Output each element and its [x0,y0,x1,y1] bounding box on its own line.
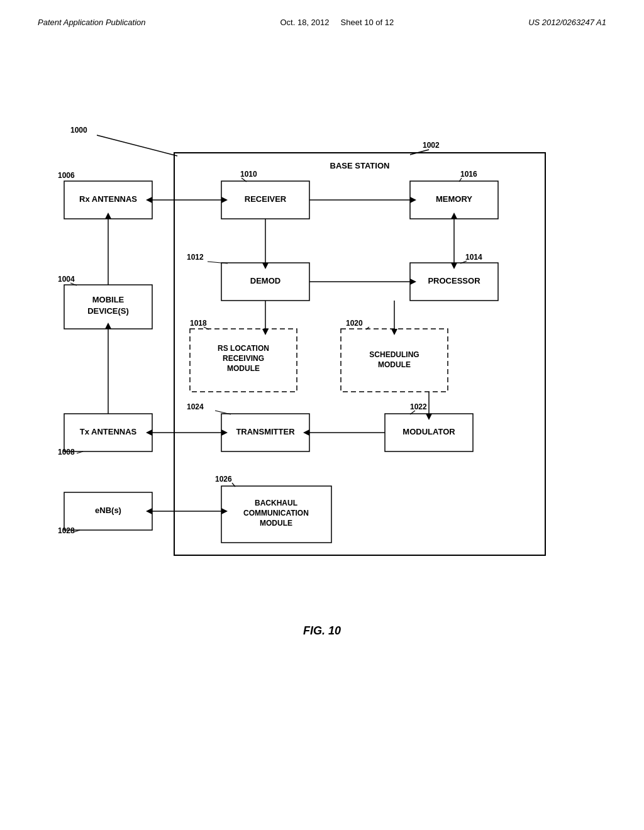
ref-1020: 1020 [346,319,363,328]
processor-label: PROCESSOR [428,276,480,285]
scheduling-label-2: MODULE [378,360,411,369]
rs-label-2: RECEIVING [223,354,264,363]
header-left: Patent Application Publication [38,18,146,27]
ref-1022: 1022 [410,402,427,411]
ref-1028: 1028 [58,526,75,535]
backhaul-label-1: BACKHAUL [255,499,297,507]
ref-1004: 1004 [58,275,75,284]
ref-1000: 1000 [70,126,87,135]
ref-1012: 1012 [187,253,204,262]
ref-1026: 1026 [215,475,232,484]
ref-1016: 1016 [460,170,477,179]
ref-1006: 1006 [58,171,75,180]
demod-proc-arrowhead [410,279,416,285]
rs-label-1: RS LOCATION [218,344,269,353]
arrow-1000 [97,135,177,156]
diagram-area: 1000 1002 BASE STATION Rx ANTENNAS 1006 … [52,58,592,599]
mobile-label-1: MOBILE [92,295,125,304]
ref-1018: 1018 [190,319,207,328]
mobile-rx-arrowhead [105,213,111,219]
mobile-tx-arrowhead-up [105,323,111,329]
memory-label: MEMORY [436,194,472,204]
header-right: US 2012/0263247 A1 [528,18,606,27]
sched-mod-arrowhead [426,414,432,420]
mem-proc-arrowhead-down [451,263,457,269]
rx-recv-arrowhead-right [221,197,228,203]
page-header: Patent Application Publication Oct. 18, … [0,0,644,33]
scheduling-label-1: SCHEDULING [369,350,419,359]
ref-1014: 1014 [465,253,482,262]
rx-recv-arrowhead-left [146,197,152,203]
tx-label: Tx ANTENNAS [80,427,137,436]
recv-demod-arrowhead [262,263,269,269]
tx-trans-arrowhead-right [221,429,228,436]
header-sheet: Sheet 10 of 12 [341,18,394,27]
fig-caption-text: FIG. 10 [303,624,341,637]
rx-label: Rx ANTENNAS [79,194,137,204]
enb-backhaul-arrowhead-right [221,508,228,514]
diagram-svg: 1000 1002 BASE STATION Rx ANTENNAS 1006 … [52,58,592,599]
recv-mem-arrowhead [410,197,416,203]
mobile-label-2: DEVICE(S) [87,306,129,316]
ref-1008: 1008 [58,448,75,456]
header-date: Oct. 18, 2012 [280,18,329,27]
backhaul-label-2: COMMUNICATION [243,509,309,517]
proc-sched-arrowhead [391,329,397,335]
transmitter-label: TRANSMITTER [236,427,295,436]
base-station-label: BASE STATION [330,161,390,170]
figure-caption: FIG. 10 [0,624,644,638]
mem-proc-arrowhead-up [451,213,457,219]
modulator-label: MODULATOR [402,427,455,436]
ref-1010: 1010 [240,170,257,179]
enb-label: eNB(s) [95,506,121,515]
ref-1024: 1024 [187,402,204,411]
header-center: Oct. 18, 2012 Sheet 10 of 12 [280,18,394,27]
demod-rs-arrowhead [262,329,269,335]
rs-label-3: MODULE [227,364,260,373]
patent-page: Patent Application Publication Oct. 18, … [0,0,644,830]
ref-1002: 1002 [423,141,440,150]
mod-trans-arrowhead [303,429,309,436]
enb-backhaul-arrowhead-left [146,508,152,514]
demod-label: DEMOD [250,276,280,285]
backhaul-label-3: MODULE [260,519,292,528]
tx-trans-arrowhead-left [146,429,152,436]
receiver-label: RECEIVER [245,194,287,204]
